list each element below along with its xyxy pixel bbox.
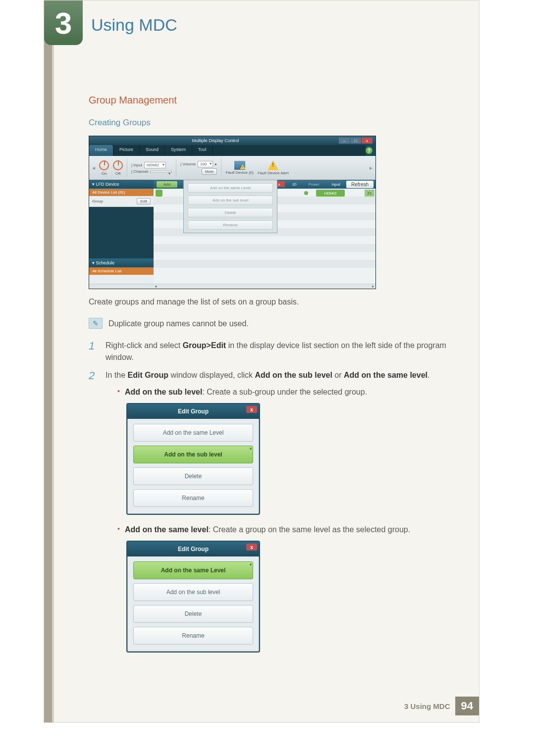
step2-e: . — [428, 371, 429, 379]
dialog-close-icon[interactable]: x — [246, 406, 257, 413]
popup-delete[interactable]: Delete — [188, 208, 273, 217]
dlg-rename[interactable]: Rename — [133, 489, 253, 507]
power-status-icon — [304, 191, 308, 195]
group-label: Group — [92, 199, 103, 203]
step-number: 1 — [89, 340, 99, 363]
window-title: Multiple Display Control — [192, 138, 239, 143]
lfd-device-header[interactable]: ▾ LFD Device — [89, 180, 154, 189]
power-icon — [99, 160, 109, 170]
step2-c: window displayed, click — [168, 371, 255, 379]
dlg-rename[interactable]: Rename — [133, 627, 253, 645]
power-off[interactable]: Off — [113, 160, 123, 176]
dlg-add-sub-level[interactable]: Add on the sub level — [133, 446, 253, 463]
monitor-icon — [234, 161, 245, 170]
scroll-left-icon[interactable]: ◂ — [155, 284, 157, 289]
bullet2-rest: : Create a group on the same level as th… — [209, 525, 410, 534]
step1-text-a: Right-click and select — [106, 341, 183, 350]
all-device-list[interactable]: All Device List (01) — [89, 189, 154, 196]
col-input: Input — [325, 181, 346, 188]
volume-play-icon[interactable]: ▸ — [215, 162, 217, 166]
close-button[interactable]: x — [362, 138, 373, 144]
window-controls: – □ x — [339, 138, 373, 144]
bullet-sub-level: Add on the sub level: Create a sub-group… — [117, 386, 465, 398]
tab-home[interactable]: Home — [89, 145, 113, 156]
maximize-button[interactable]: □ — [350, 138, 361, 144]
edit-group-dialog-sub: Edit Group x Add on the same Level Add o… — [126, 403, 260, 515]
dlg-add-same-level[interactable]: Add on the same Level — [133, 424, 253, 442]
fault-alert-label: Fault Device Alert — [258, 171, 289, 176]
ribbon-toolbar: ◂ On Off | Input HDMI2 | Channel — [89, 156, 375, 180]
tab-tool[interactable]: Tool — [192, 145, 213, 156]
tab-picture[interactable]: Picture — [113, 145, 140, 156]
step2-a: In the — [106, 371, 127, 379]
popup-add-sub-level[interactable]: Add on the sub level — [188, 196, 273, 205]
step1-bold: Group>Edit — [183, 341, 226, 350]
fault-device[interactable]: Fault Device (0) — [225, 161, 253, 175]
input-chip: HDMI2 — [316, 190, 345, 197]
page-number: 94 — [455, 697, 479, 715]
add-button[interactable]: Add — [157, 181, 177, 188]
chapter-title: Using MDC — [91, 15, 177, 35]
note-text: Duplicate group names cannot be used. — [108, 318, 249, 330]
col-power: Power — [303, 181, 326, 188]
warning-icon — [268, 160, 278, 170]
bullet-same-level: Add on the same level: Create a group on… — [117, 524, 465, 536]
main-panel: Add Edit Group x ID Power Input Refresh — [154, 180, 375, 284]
popup-add-same-level[interactable]: Add on the same Level — [188, 183, 273, 193]
popup-rename[interactable]: Rename — [188, 220, 273, 230]
fault-alert[interactable]: Fault Device Alert — [258, 160, 289, 176]
tab-system[interactable]: System — [165, 145, 192, 156]
group-row[interactable]: Group Edit — [89, 196, 154, 207]
dialog-title: Edit Group x — [127, 404, 259, 419]
footer-label: 3 Using MDC — [404, 702, 450, 710]
volume-value[interactable]: 100 — [198, 161, 213, 167]
row-check-icon[interactable] — [156, 190, 162, 197]
dlg-delete[interactable]: Delete — [133, 467, 253, 485]
ribbon-tabs: Home Picture Sound System Tool — [89, 145, 366, 156]
tab-sound[interactable]: Sound — [140, 145, 165, 156]
bullet2-bold: Add on the same level — [125, 525, 209, 534]
all-schedule-list[interactable]: All Schedule List — [89, 267, 154, 275]
fault-count-label: Fault Device (0) — [225, 171, 253, 175]
schedule-header[interactable]: ▾ Schedule — [89, 258, 154, 267]
input-select[interactable]: HDMI2 — [144, 162, 166, 168]
channel-select[interactable] — [150, 171, 172, 173]
power-on[interactable]: On — [99, 160, 109, 176]
refresh-button[interactable]: Refresh — [346, 181, 374, 188]
value-21: 21 — [365, 190, 374, 197]
volume-label: | Volume — [180, 162, 196, 166]
step-1: 1 Right-click and select Group>Edit in t… — [89, 340, 465, 363]
device-list-area: HDMI2 21 Add on the same Level Add on th… — [154, 189, 375, 273]
page-footer: 3 Using MDC 94 — [404, 697, 479, 715]
col-id: ID — [287, 181, 303, 188]
subsection-heading: Creating Groups — [89, 118, 465, 128]
step2-d: or — [332, 371, 344, 379]
bullet1-bold: Add on the sub level — [125, 388, 202, 396]
edit-button[interactable]: Edit — [137, 198, 151, 204]
note-row: ✎ Duplicate group names cannot be used. — [89, 318, 465, 330]
nav-prev-icon[interactable]: ◂ — [92, 164, 95, 171]
step2-b2: Add on the sub level — [255, 371, 332, 379]
intro-text: Create groups and manage the list of set… — [89, 296, 465, 308]
step-2: 2 In the Edit Group window displayed, cl… — [89, 369, 465, 661]
nav-next-icon[interactable]: ▸ — [370, 164, 373, 171]
dlg-add-sub-level[interactable]: Add on the sub level — [133, 583, 253, 601]
dlg-delete[interactable]: Delete — [133, 605, 253, 623]
mdc-screenshot: Multiple Display Control – □ x Home Pict… — [89, 136, 376, 289]
edit-group-popup: Add on the same Level Add on the sub lev… — [183, 180, 277, 233]
channel-label: | Channel — [131, 169, 148, 174]
document-page: 3 Using MDC Group Management Creating Gr… — [44, 0, 480, 723]
bullet1-rest: : Create a sub-group under the selected … — [202, 388, 367, 396]
step-number: 2 — [89, 369, 99, 661]
scroll-right-icon[interactable]: ▸ — [372, 284, 374, 289]
power-icon — [113, 160, 123, 170]
minimize-button[interactable]: – — [339, 138, 350, 144]
power-off-label: Off — [115, 171, 121, 176]
mute-button[interactable]: Mute — [202, 168, 217, 175]
dialog-close-icon[interactable]: x — [246, 544, 257, 551]
dlg-add-same-level[interactable]: Add on the same Level — [133, 561, 253, 579]
help-icon[interactable]: ? — [366, 147, 373, 154]
side-stripe — [44, 0, 52, 722]
note-icon: ✎ — [89, 318, 103, 329]
edit-group-dialog-same: Edit Group x Add on the same Level Add o… — [126, 541, 260, 653]
